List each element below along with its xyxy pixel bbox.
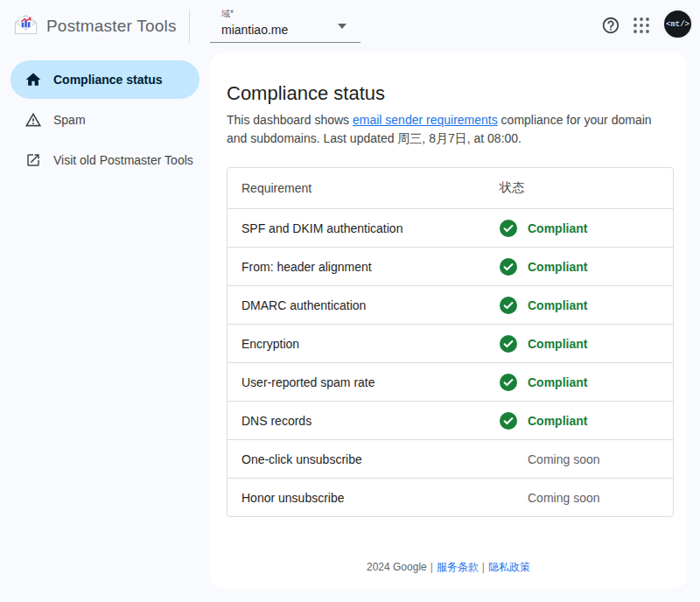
status-cell: Compliant <box>500 258 673 276</box>
sidebar-item-label: Spam <box>53 113 86 127</box>
sidebar: Compliance status Spam Visit old Postmas… <box>0 52 210 181</box>
footer-privacy-link[interactable]: 隐私政策 <box>488 561 530 573</box>
table-row: From: header alignment Compliant <box>228 247 673 285</box>
status-cell: Compliant <box>500 374 673 391</box>
status-text: Coming soon <box>528 452 600 466</box>
account-avatar[interactable]: <mt/> <box>662 9 693 39</box>
table-header-row: Requirement 状态 <box>228 168 673 208</box>
status-cell: Compliant <box>500 335 673 353</box>
email-sender-requirements-link[interactable]: email sender requirements <box>353 113 498 127</box>
top-header: Postmaster Tools 域* miantiao.me <mt/> <box>0 0 700 52</box>
status-cell: Compliant <box>500 297 673 314</box>
requirement-cell: DMARC authentication <box>228 298 500 312</box>
card-footer: 2024 Google|服务条款|隐私政策 <box>210 560 687 575</box>
requirement-cell: User-reported spam rate <box>228 375 500 389</box>
check-circle-icon <box>500 374 517 391</box>
status-cell: Coming soon <box>500 489 673 507</box>
compliance-table: Requirement 状态 SPF and DKIM authenticati… <box>227 167 674 517</box>
domain-selector-label: 域* <box>221 4 360 20</box>
footer-terms-link[interactable]: 服务条款 <box>437 561 479 573</box>
column-header-status: 状态 <box>500 180 673 196</box>
requirement-cell: DNS records <box>228 414 500 428</box>
header-divider <box>189 10 190 43</box>
help-icon <box>601 16 620 38</box>
status-cell: Compliant <box>500 412 673 430</box>
status-text: Compliant <box>528 337 587 351</box>
app-logo-wrap: Postmaster Tools <box>14 0 177 52</box>
sidebar-item-visit-old-postmaster[interactable]: Visit old Postmaster Tools <box>10 141 200 179</box>
sidebar-item-spam[interactable]: Spam <box>10 101 200 139</box>
check-circle-icon <box>500 412 517 430</box>
postmaster-logo-icon <box>14 14 38 38</box>
page-title: Compliance status <box>210 52 687 105</box>
external-link-icon <box>24 151 42 169</box>
description-text-before: This dashboard shows <box>227 113 353 127</box>
table-row: DMARC authentication Compliant <box>228 285 673 324</box>
sidebar-item-label: Compliance status <box>53 73 162 87</box>
status-text: Compliant <box>528 414 587 428</box>
check-circle-icon <box>500 335 517 353</box>
requirement-cell: From: header alignment <box>228 260 500 274</box>
status-text: Coming soon <box>528 491 600 505</box>
requirement-cell: One-click unsubscribe <box>228 452 500 466</box>
footer-copyright: 2024 Google <box>367 561 427 573</box>
column-header-requirement: Requirement <box>228 181 500 195</box>
app-title: Postmaster Tools <box>46 17 177 36</box>
chevron-down-icon <box>338 24 346 29</box>
sidebar-item-compliance-status[interactable]: Compliance status <box>10 60 200 99</box>
table-row: Honor unsubscribe Coming soon <box>228 478 673 516</box>
status-cell: Compliant <box>500 220 673 237</box>
status-cell: Coming soon <box>500 451 673 468</box>
help-button[interactable] <box>598 14 623 38</box>
domain-selector[interactable]: 域* miantiao.me <box>210 4 360 43</box>
table-row: User-reported spam rate Compliant <box>228 362 673 401</box>
main-content-card: Compliance status This dashboard shows e… <box>210 52 687 589</box>
sidebar-item-label: Visit old Postmaster Tools <box>53 153 193 167</box>
table-row: SPF and DKIM authentication Compliant <box>228 208 673 247</box>
footer-separator: | <box>479 561 488 573</box>
table-body: SPF and DKIM authentication Compliant Fr… <box>228 208 673 516</box>
requirement-cell: Honor unsubscribe <box>228 491 500 505</box>
page-description: This dashboard shows email sender requir… <box>210 105 687 148</box>
requirement-cell: Encryption <box>228 337 500 351</box>
status-text: Compliant <box>528 221 587 235</box>
footer-separator: | <box>427 561 437 573</box>
check-circle-icon <box>500 220 517 237</box>
status-text: Compliant <box>528 298 587 312</box>
check-circle-icon <box>500 258 517 276</box>
table-row: One-click unsubscribe Coming soon <box>228 439 673 478</box>
table-row: Encryption Compliant <box>228 324 673 362</box>
check-circle-icon <box>500 297 517 314</box>
requirement-cell: SPF and DKIM authentication <box>228 221 500 235</box>
table-row: DNS records Compliant <box>228 401 673 439</box>
warning-triangle-icon <box>24 111 42 129</box>
home-icon <box>24 71 42 88</box>
status-text: Compliant <box>528 375 587 389</box>
apps-grid-button[interactable] <box>629 14 654 38</box>
apps-grid-icon <box>634 18 649 36</box>
status-text: Compliant <box>528 260 587 274</box>
